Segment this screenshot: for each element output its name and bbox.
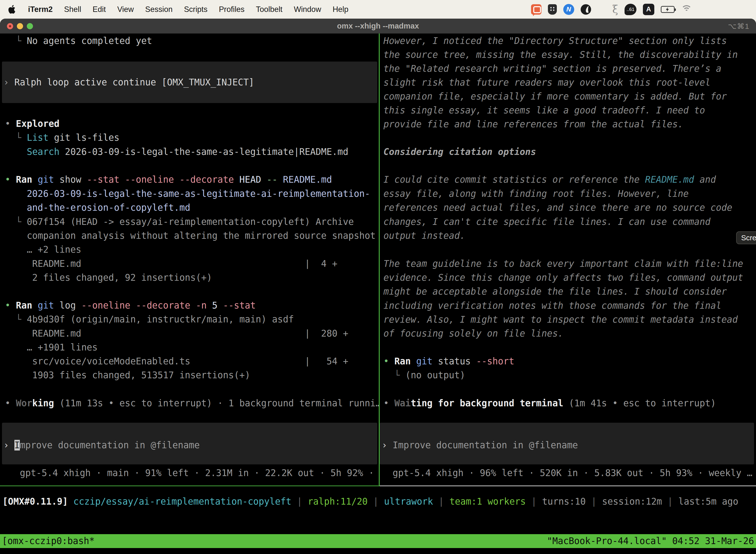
window-shortcut-badge: ⌥⌘1 bbox=[728, 22, 750, 31]
macos-menubar: iTerm2ShellEditViewSessionScriptsProfile… bbox=[0, 0, 756, 19]
terminal-line: The team guideline is to back every impo… bbox=[383, 257, 743, 271]
terminal-area[interactable]: └ No agents completed yet› Ralph loop ac… bbox=[0, 34, 756, 554]
terminal-line: └ 4b9d30f (origin/main, instructkr/main,… bbox=[5, 313, 294, 326]
menubar-menus: iTerm2ShellEditViewSessionScriptsProfile… bbox=[0, 5, 354, 14]
pane-border-bottom-left bbox=[0, 486, 380, 486]
terminal-line: 2026-03-09-is-legal-the-same-as-legitima… bbox=[5, 187, 370, 201]
menu-help[interactable]: Help bbox=[327, 5, 354, 14]
terminal-line: Search 2026-03-09-is-legal-the-same-as-l… bbox=[5, 145, 348, 159]
terminal-line: output instead. bbox=[383, 229, 465, 243]
terminal-line: └ (no output) bbox=[383, 368, 465, 382]
terminal-line: the source tree, missing the essay. Stil… bbox=[383, 48, 738, 62]
traffic-lights bbox=[7, 19, 33, 34]
screen-share-tooltip-label: Scre bbox=[741, 233, 756, 242]
screen-share-tooltip: Scre bbox=[736, 231, 756, 244]
left-pane[interactable]: └ No agents completed yet› Ralph loop ac… bbox=[0, 34, 379, 486]
window-titlebar[interactable]: omx --xhigh --madmax ⌥⌘1 bbox=[0, 19, 756, 34]
omx-status-line: [OMX#0.11.9] cczip/essay/ai-reimplementa… bbox=[2, 495, 738, 509]
working-status-line: • Working (11m 13s • esc to interrupt) ·… bbox=[5, 396, 379, 410]
terminal-line: However, I noticed the "Directory Struct… bbox=[383, 34, 727, 48]
dark-circle-icon[interactable] bbox=[581, 4, 591, 15]
tmux-status-bar: [omx-cczip0:bash* "MacBook-Pro-44.local"… bbox=[0, 534, 756, 548]
terminal-line: 2 files changed, 92 insertions(+) bbox=[5, 271, 212, 285]
terminal-line: references need actual files, and since … bbox=[383, 201, 732, 215]
right-prompt-text: › Improve documentation in @filename bbox=[382, 438, 578, 452]
terminal-line: • Explored bbox=[5, 117, 60, 131]
squiggle-icon[interactable]: ξ bbox=[612, 4, 618, 15]
terminal-line: • Ran git log --oneline --decorate -n 5 … bbox=[5, 298, 256, 313]
terminal-line: README.md | 4 + bbox=[5, 257, 337, 271]
thinking-heading: Considering citation options bbox=[383, 145, 536, 159]
right-pane[interactable]: However, I noticed the "Directory Struct… bbox=[380, 34, 756, 486]
window-title: omx --xhigh --madmax bbox=[0, 21, 756, 31]
menu-toolbelt[interactable]: Toolbelt bbox=[250, 5, 288, 14]
blue-app-icon[interactable] bbox=[563, 4, 574, 15]
terminal-line: └ No agents completed yet bbox=[5, 34, 152, 48]
terminal-line: … +1901 lines bbox=[5, 340, 98, 354]
terminal-line: this single essay, it seems like a good … bbox=[383, 104, 705, 117]
terminal-line: evidence. Since this change only affects… bbox=[383, 271, 743, 285]
terminal-line: └ List git ls-files bbox=[5, 131, 120, 145]
terminal-line: I could cite commit statistics or refere… bbox=[383, 173, 716, 187]
terminal-line: • Ran git show --stat --oneline --decora… bbox=[5, 173, 332, 187]
pane-divider-vertical[interactable] bbox=[379, 34, 380, 486]
apple-icon[interactable] bbox=[8, 5, 16, 14]
terminal-line: might be acceptable alongside the file l… bbox=[383, 285, 727, 298]
ralph-inject-text: › Ralph loop active continue [OMX_TMUX_I… bbox=[3, 75, 254, 89]
terminal-line: and-the-erosion-of-copyleft.md bbox=[5, 201, 190, 215]
tmux-session-label[interactable]: [omx-cczip0:bash* bbox=[0, 534, 95, 548]
left-model-status: gpt-5.4 xhigh · main · 91% left · 2.31M … bbox=[3, 466, 379, 480]
left-prompt-text: › Improve documentation in @filename bbox=[3, 438, 200, 452]
battery-icon[interactable] bbox=[661, 6, 675, 13]
menu-profiles[interactable]: Profiles bbox=[213, 5, 250, 14]
tmux-host-clock: "MacBook-Pro-44.local" 04:52 31-Mar-26 bbox=[547, 534, 756, 548]
terminal-line: companion file, especially if more comme… bbox=[383, 90, 727, 104]
menu-iterm2[interactable]: iTerm2 bbox=[22, 5, 58, 14]
menu-scripts[interactable]: Scripts bbox=[178, 5, 213, 14]
menu-items: iTerm2ShellEditViewSessionScriptsProfile… bbox=[22, 5, 354, 14]
terminal-line: review. Also, I might want to inspect th… bbox=[383, 313, 738, 327]
terminal-line: slight risk that future readers may over… bbox=[383, 76, 711, 90]
terminal-line: companion analysis without altering the … bbox=[5, 229, 376, 243]
menu-edit[interactable]: Edit bbox=[87, 5, 111, 14]
terminal-line: src/voice/voiceModeEnabled.ts | 54 + bbox=[5, 354, 348, 368]
shield-grid-icon[interactable] bbox=[548, 4, 557, 15]
terminal-line: … +2 lines bbox=[5, 243, 81, 257]
terminal-line: 1903 files changed, 513517 insertions(+) bbox=[5, 368, 250, 382]
zoom-button[interactable] bbox=[27, 23, 33, 29]
terminal-line: the "Related research writing" section i… bbox=[383, 62, 721, 76]
terminal-line: README.md | 280 + bbox=[5, 327, 348, 340]
wifi-icon[interactable] bbox=[681, 5, 692, 14]
terminal-line: provide file and line references from th… bbox=[383, 117, 683, 131]
iterm2-window: omx --xhigh --madmax ⌥⌘1 └ No agents com… bbox=[0, 19, 756, 554]
minimize-button[interactable] bbox=[17, 23, 23, 29]
pane-border-bottom-right bbox=[380, 486, 756, 486]
dots-grid-icon[interactable] bbox=[597, 5, 606, 14]
terminal-line: └ 067f154 (HEAD -> essay/ai-reimplementa… bbox=[5, 215, 354, 229]
terminal-line: • Ran git status --short bbox=[383, 354, 514, 368]
menu-session[interactable]: Session bbox=[139, 5, 178, 14]
menubar-tray: ξ ..61 A bbox=[531, 4, 756, 15]
terminal-line: changes, I can't cite specific file line… bbox=[383, 215, 711, 229]
terminal-line: including verification notes with those … bbox=[383, 299, 721, 313]
menu-window[interactable]: Window bbox=[288, 5, 327, 14]
waiting-status-line: • Waiting for background terminal (1m 41… bbox=[383, 396, 716, 410]
terminal-line: essay file, along with finding root file… bbox=[383, 187, 689, 201]
menu-view[interactable]: View bbox=[112, 5, 140, 14]
menu-shell[interactable]: Shell bbox=[58, 5, 87, 14]
badge-61-icon[interactable]: ..61 bbox=[625, 4, 636, 15]
terminal-line: of focusing solely on file lines. bbox=[383, 327, 563, 340]
right-model-status: gpt-5.4 xhigh · 96% left · 520K in · 5.8… bbox=[382, 466, 752, 480]
chat-bubble-icon[interactable] bbox=[531, 4, 542, 15]
a-app-icon[interactable]: A bbox=[643, 4, 654, 15]
close-button[interactable] bbox=[7, 23, 13, 29]
